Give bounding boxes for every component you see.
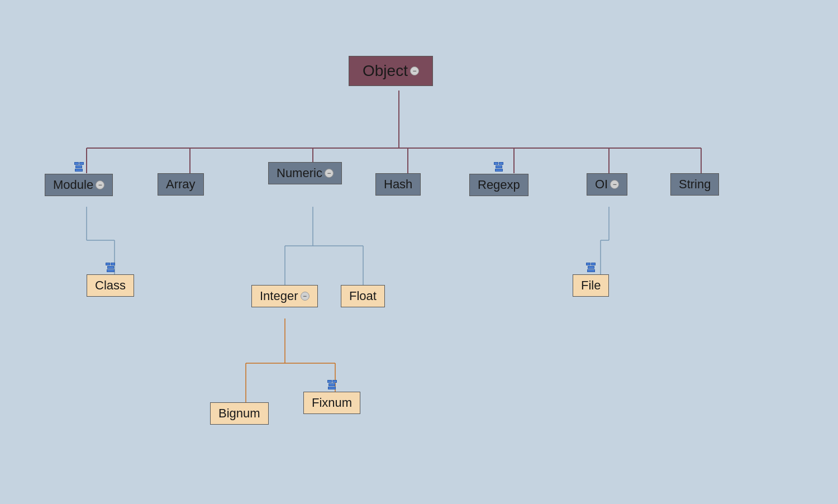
node-integer: Integer −: [251, 285, 318, 307]
node-box-module[interactable]: Module −: [45, 174, 113, 196]
fixnum-label: Fixnum: [312, 396, 352, 410]
node-box-float[interactable]: Float: [341, 285, 385, 307]
node-oi: OI −: [587, 173, 627, 196]
node-array: Array: [158, 173, 204, 196]
node-box-class[interactable]: Class: [87, 274, 134, 297]
bignum-label: Bignum: [218, 406, 260, 421]
node-box-array[interactable]: Array: [158, 173, 204, 196]
regexp-stack-icon: [494, 162, 503, 172]
node-box-numeric[interactable]: Numeric −: [268, 162, 342, 184]
node-hash: Hash: [375, 173, 421, 196]
node-class: Class: [87, 263, 134, 297]
node-box-integer[interactable]: Integer −: [251, 285, 318, 307]
node-object: Object −: [349, 56, 433, 86]
collapse-integer[interactable]: −: [301, 292, 310, 301]
node-box-string[interactable]: String: [670, 173, 719, 196]
file-label: File: [581, 278, 601, 293]
file-stack-icon: [586, 263, 596, 272]
module-stack-icon: [74, 162, 84, 172]
integer-label: Integer: [260, 289, 298, 303]
node-box-fixnum[interactable]: Fixnum: [303, 392, 360, 414]
collapse-numeric[interactable]: −: [325, 169, 334, 178]
node-regexp: Regexp: [469, 162, 528, 196]
node-module: Module −: [45, 162, 113, 196]
node-string: String: [670, 173, 719, 196]
node-fixnum: Fixnum: [303, 380, 360, 414]
numeric-label: Numeric: [277, 166, 322, 180]
class-label: Class: [95, 278, 126, 293]
node-float: Float: [341, 285, 385, 307]
node-box-oi[interactable]: OI −: [587, 173, 627, 196]
array-label: Array: [166, 177, 196, 192]
regexp-label: Regexp: [478, 178, 520, 192]
object-label: Object: [363, 62, 408, 80]
node-box-object[interactable]: Object −: [349, 56, 433, 86]
node-box-bignum[interactable]: Bignum: [210, 402, 269, 425]
collapse-oi[interactable]: −: [610, 180, 619, 189]
fixnum-stack-icon: [327, 380, 337, 389]
float-label: Float: [349, 289, 377, 303]
node-box-file[interactable]: File: [573, 274, 609, 297]
hash-label: Hash: [384, 177, 412, 192]
node-bignum: Bignum: [210, 402, 269, 425]
collapse-module[interactable]: −: [96, 180, 104, 189]
node-box-regexp[interactable]: Regexp: [469, 174, 528, 196]
module-label: Module: [53, 178, 93, 192]
oi-label: OI: [595, 177, 608, 192]
node-box-hash[interactable]: Hash: [375, 173, 421, 196]
string-label: String: [679, 177, 711, 192]
node-file: File: [573, 263, 609, 297]
class-stack-icon: [106, 263, 115, 272]
collapse-object[interactable]: −: [410, 66, 419, 75]
node-numeric: Numeric −: [268, 162, 342, 184]
